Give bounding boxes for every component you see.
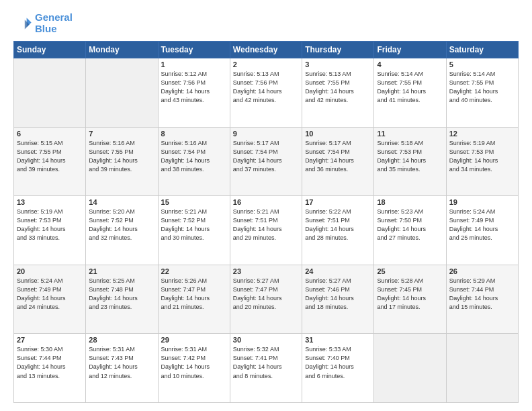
day-info: Sunrise: 5:14 AM Sunset: 7:55 PM Dayligh…	[449, 70, 515, 105]
day-number: 25	[377, 267, 443, 275]
day-info: Sunrise: 5:28 AM Sunset: 7:45 PM Dayligh…	[377, 277, 443, 312]
day-info: Sunrise: 5:19 AM Sunset: 7:53 PM Dayligh…	[449, 139, 515, 174]
weekday-header-tuesday: Tuesday	[158, 42, 230, 58]
day-info: Sunrise: 5:12 AM Sunset: 7:56 PM Dayligh…	[161, 70, 227, 105]
day-cell: 4Sunrise: 5:14 AM Sunset: 7:55 PM Daylig…	[374, 58, 446, 128]
day-number: 6	[17, 130, 83, 138]
day-info: Sunrise: 5:15 AM Sunset: 7:55 PM Dayligh…	[17, 139, 83, 174]
day-cell: 31Sunrise: 5:33 AM Sunset: 7:40 PM Dayli…	[302, 334, 374, 403]
day-info: Sunrise: 5:13 AM Sunset: 7:55 PM Dayligh…	[305, 70, 371, 105]
day-number: 22	[161, 267, 227, 275]
header: General Blue	[13, 12, 519, 34]
day-cell: 8Sunrise: 5:16 AM Sunset: 7:54 PM Daylig…	[158, 127, 230, 196]
day-info: Sunrise: 5:24 AM Sunset: 7:49 PM Dayligh…	[17, 277, 83, 312]
day-number: 30	[233, 336, 299, 344]
day-number: 12	[449, 130, 515, 138]
day-number: 11	[377, 130, 443, 138]
day-cell	[374, 334, 446, 403]
day-cell: 22Sunrise: 5:26 AM Sunset: 7:47 PM Dayli…	[158, 265, 230, 334]
day-info: Sunrise: 5:13 AM Sunset: 7:56 PM Dayligh…	[233, 70, 299, 105]
day-cell: 20Sunrise: 5:24 AM Sunset: 7:49 PM Dayli…	[14, 265, 86, 334]
day-info: Sunrise: 5:27 AM Sunset: 7:46 PM Dayligh…	[305, 277, 371, 312]
calendar-table: SundayMondayTuesdayWednesdayThursdayFrid…	[13, 41, 519, 403]
day-cell: 23Sunrise: 5:27 AM Sunset: 7:47 PM Dayli…	[230, 265, 302, 334]
day-number: 2	[233, 60, 299, 68]
day-number: 23	[233, 267, 299, 275]
day-info: Sunrise: 5:19 AM Sunset: 7:53 PM Dayligh…	[17, 208, 83, 242]
day-number: 5	[449, 60, 515, 68]
day-number: 10	[305, 130, 371, 138]
day-cell: 5Sunrise: 5:14 AM Sunset: 7:55 PM Daylig…	[446, 58, 518, 128]
day-cell: 17Sunrise: 5:22 AM Sunset: 7:51 PM Dayli…	[302, 196, 374, 265]
day-info: Sunrise: 5:33 AM Sunset: 7:40 PM Dayligh…	[305, 345, 371, 380]
day-info: Sunrise: 5:29 AM Sunset: 7:44 PM Dayligh…	[449, 277, 515, 312]
day-cell: 25Sunrise: 5:28 AM Sunset: 7:45 PM Dayli…	[374, 265, 446, 334]
day-cell: 13Sunrise: 5:19 AM Sunset: 7:53 PM Dayli…	[14, 196, 86, 265]
day-number: 26	[449, 267, 515, 275]
day-info: Sunrise: 5:25 AM Sunset: 7:48 PM Dayligh…	[89, 277, 154, 312]
day-number: 31	[305, 336, 371, 344]
weekday-header-wednesday: Wednesday	[230, 42, 302, 58]
day-cell	[14, 58, 86, 128]
day-info: Sunrise: 5:26 AM Sunset: 7:47 PM Dayligh…	[161, 277, 227, 312]
day-info: Sunrise: 5:32 AM Sunset: 7:41 PM Dayligh…	[233, 345, 299, 380]
logo-icon	[13, 14, 32, 33]
week-row-1: 6Sunrise: 5:15 AM Sunset: 7:55 PM Daylig…	[14, 127, 519, 196]
day-cell: 28Sunrise: 5:31 AM Sunset: 7:43 PM Dayli…	[86, 334, 158, 403]
page: General Blue SundayMondayTuesdayWednesda…	[0, 0, 532, 411]
day-info: Sunrise: 5:16 AM Sunset: 7:55 PM Dayligh…	[89, 139, 154, 174]
day-cell	[86, 58, 158, 128]
day-cell: 30Sunrise: 5:32 AM Sunset: 7:41 PM Dayli…	[230, 334, 302, 403]
weekday-header-saturday: Saturday	[446, 42, 518, 58]
day-info: Sunrise: 5:17 AM Sunset: 7:54 PM Dayligh…	[305, 139, 371, 174]
day-cell: 26Sunrise: 5:29 AM Sunset: 7:44 PM Dayli…	[446, 265, 518, 334]
day-number: 19	[449, 198, 515, 206]
week-row-2: 13Sunrise: 5:19 AM Sunset: 7:53 PM Dayli…	[14, 196, 519, 265]
day-number: 9	[233, 130, 299, 138]
day-info: Sunrise: 5:22 AM Sunset: 7:51 PM Dayligh…	[305, 208, 371, 242]
day-info: Sunrise: 5:20 AM Sunset: 7:52 PM Dayligh…	[89, 208, 154, 242]
day-number: 18	[377, 198, 443, 206]
day-cell: 3Sunrise: 5:13 AM Sunset: 7:55 PM Daylig…	[302, 58, 374, 128]
weekday-header-monday: Monday	[86, 42, 158, 58]
day-cell: 10Sunrise: 5:17 AM Sunset: 7:54 PM Dayli…	[302, 127, 374, 196]
day-cell: 9Sunrise: 5:17 AM Sunset: 7:54 PM Daylig…	[230, 127, 302, 196]
day-number: 17	[305, 198, 371, 206]
day-info: Sunrise: 5:31 AM Sunset: 7:43 PM Dayligh…	[89, 345, 154, 380]
day-cell: 16Sunrise: 5:21 AM Sunset: 7:51 PM Dayli…	[230, 196, 302, 265]
day-cell: 14Sunrise: 5:20 AM Sunset: 7:52 PM Dayli…	[86, 196, 158, 265]
day-number: 15	[161, 198, 227, 206]
day-info: Sunrise: 5:16 AM Sunset: 7:54 PM Dayligh…	[161, 139, 227, 174]
week-row-4: 27Sunrise: 5:30 AM Sunset: 7:44 PM Dayli…	[14, 334, 519, 403]
weekday-header-friday: Friday	[374, 42, 446, 58]
day-info: Sunrise: 5:18 AM Sunset: 7:53 PM Dayligh…	[377, 139, 443, 174]
day-number: 27	[17, 336, 83, 344]
day-cell	[446, 334, 518, 403]
day-number: 20	[17, 267, 83, 275]
day-cell: 21Sunrise: 5:25 AM Sunset: 7:48 PM Dayli…	[86, 265, 158, 334]
day-number: 7	[89, 130, 154, 138]
day-info: Sunrise: 5:31 AM Sunset: 7:42 PM Dayligh…	[161, 345, 227, 380]
week-row-3: 20Sunrise: 5:24 AM Sunset: 7:49 PM Dayli…	[14, 265, 519, 334]
day-info: Sunrise: 5:27 AM Sunset: 7:47 PM Dayligh…	[233, 277, 299, 312]
day-info: Sunrise: 5:30 AM Sunset: 7:44 PM Dayligh…	[17, 345, 83, 380]
day-info: Sunrise: 5:21 AM Sunset: 7:51 PM Dayligh…	[233, 208, 299, 242]
day-number: 28	[89, 336, 154, 344]
day-info: Sunrise: 5:23 AM Sunset: 7:50 PM Dayligh…	[377, 208, 443, 242]
day-cell: 27Sunrise: 5:30 AM Sunset: 7:44 PM Dayli…	[14, 334, 86, 403]
day-info: Sunrise: 5:21 AM Sunset: 7:52 PM Dayligh…	[161, 208, 227, 242]
day-cell: 11Sunrise: 5:18 AM Sunset: 7:53 PM Dayli…	[374, 127, 446, 196]
week-row-0: 1Sunrise: 5:12 AM Sunset: 7:56 PM Daylig…	[14, 58, 519, 128]
day-info: Sunrise: 5:17 AM Sunset: 7:54 PM Dayligh…	[233, 139, 299, 174]
day-cell: 1Sunrise: 5:12 AM Sunset: 7:56 PM Daylig…	[158, 58, 230, 128]
day-number: 13	[17, 198, 83, 206]
day-cell: 12Sunrise: 5:19 AM Sunset: 7:53 PM Dayli…	[446, 127, 518, 196]
day-cell: 19Sunrise: 5:24 AM Sunset: 7:49 PM Dayli…	[446, 196, 518, 265]
day-number: 4	[377, 60, 443, 68]
day-number: 21	[89, 267, 154, 275]
day-cell: 15Sunrise: 5:21 AM Sunset: 7:52 PM Dayli…	[158, 196, 230, 265]
day-info: Sunrise: 5:24 AM Sunset: 7:49 PM Dayligh…	[449, 208, 515, 242]
logo-text: General Blue	[35, 12, 73, 34]
day-number: 29	[161, 336, 227, 344]
day-number: 1	[161, 60, 227, 68]
